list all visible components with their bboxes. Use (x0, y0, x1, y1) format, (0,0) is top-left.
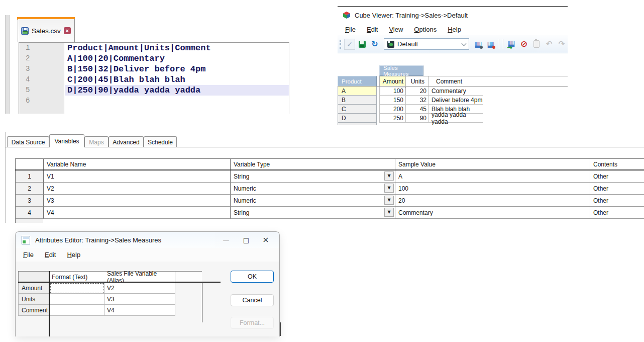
code-line: Product|Amount|Units|Comment (67, 43, 289, 53)
header-sample-value: Sample Value (395, 158, 590, 169)
menu-help[interactable]: Help (442, 26, 467, 33)
tab-variables[interactable]: Variables (49, 134, 84, 147)
variable-type-dropdown[interactable]: ▼ (384, 196, 394, 205)
column-header-empty (483, 76, 568, 87)
code-line: D|250|90|yadda yadda yadda (67, 85, 289, 96)
recalculate-button[interactable]: ↻ (369, 39, 380, 50)
format-cell[interactable] (50, 305, 104, 316)
attributes-editor-dialog: Attributes Editor: Training->Sales Measu… (15, 231, 280, 336)
variable-type-cell[interactable]: Numeric▼ (230, 195, 395, 207)
dialog-titlebar[interactable]: Attributes Editor: Training->Sales Measu… (16, 232, 279, 248)
cube-cell-amount[interactable]: 250 (379, 114, 406, 123)
cube-cell-amount[interactable]: 200 (379, 105, 406, 114)
maximize-icon[interactable]: □ (241, 232, 252, 248)
format-cell-selected[interactable] (50, 283, 104, 294)
variable-name-cell[interactable]: V2 (43, 183, 230, 195)
slice-to-excel-button[interactable]: ▦→ (506, 39, 517, 50)
variable-type-cell[interactable]: String▼ (230, 170, 395, 183)
dialog-content: Format (Text) Sales File Variable (Alias… (16, 262, 279, 336)
dialog-menubar: File Edit Help (16, 248, 279, 262)
apply-button[interactable]: ✓ (344, 39, 355, 50)
variable-type-dropdown[interactable]: ▼ (384, 172, 394, 181)
toolbar-grip[interactable] (340, 40, 341, 49)
tab-maps[interactable]: Maps (84, 136, 109, 147)
undo-button-disabled[interactable]: ↶ (544, 39, 555, 50)
cube-cell-comment[interactable]: Commentary (429, 87, 483, 96)
sample-value-cell[interactable]: A (395, 170, 590, 183)
editor-edge-strip (5, 15, 10, 114)
variable-name-cell[interactable]: V4 (43, 207, 230, 219)
contents-cell[interactable]: Other (590, 170, 644, 183)
attr-header-alias: Sales File Variable (Alias) (104, 271, 175, 282)
contents-cell[interactable]: Other (590, 195, 644, 207)
row-label-d[interactable]: D (338, 114, 377, 123)
tab-data-source[interactable]: Data Source (7, 136, 49, 147)
variable-name-cell[interactable]: V1 (43, 170, 230, 183)
tab-advanced[interactable]: Advanced (109, 136, 144, 147)
variable-type-dropdown[interactable]: ▼ (384, 184, 394, 193)
alias-cell[interactable]: V3 (104, 294, 175, 305)
tab-schedule[interactable]: Schedule (144, 136, 177, 147)
suspend-updates-button[interactable]: ⊘ (518, 39, 529, 50)
variable-type-dropdown[interactable]: ▼ (384, 208, 394, 217)
code-editor-area[interactable]: 1 2 3 4 5 6 Product|Amount|Units|Comment… (19, 42, 289, 114)
cube-cell-units[interactable]: 90 (406, 114, 429, 123)
text-editor-window: Sales.csv × 1 2 3 4 5 6 Product|Amount|U… (5, 15, 289, 115)
cancel-button[interactable]: Cancel (231, 294, 274, 306)
sample-value-cell[interactable]: 100 (395, 183, 590, 195)
attr-header-empty (175, 271, 202, 282)
attr-row-header: Comment (18, 305, 49, 316)
ok-button[interactable]: OK (231, 271, 274, 283)
cube-cell-units[interactable]: 20 (406, 87, 429, 96)
format-button-disabled[interactable]: Format... (231, 317, 274, 329)
contents-cell[interactable]: Other (590, 207, 644, 219)
cube-cell-comment[interactable]: Deliver before 4pm (429, 96, 483, 105)
manual-recalc-button[interactable]: ▦ (485, 39, 496, 50)
redo-button-disabled[interactable]: ↷ (556, 39, 567, 50)
column-header-amount[interactable]: Amount (379, 76, 406, 87)
cube-cell-units[interactable]: 32 (406, 96, 429, 105)
variable-type-cell[interactable]: String▼ (230, 207, 395, 219)
close-icon[interactable]: × (260, 232, 271, 248)
column-dimension-button[interactable]: Sales Measures (379, 65, 423, 76)
save-view-button[interactable] (357, 39, 368, 50)
cube-cell-comment[interactable]: yadda yadda yadda (429, 114, 483, 123)
alias-cell[interactable]: V2 (104, 283, 175, 294)
automatic-recalc-button[interactable]: ▦ (473, 39, 484, 50)
code-line: C|200|45|Blah blah blah (67, 74, 289, 85)
row-label-b[interactable]: B (338, 96, 377, 105)
variable-type-cell[interactable]: Numeric▼ (230, 183, 395, 195)
row-label-a[interactable]: A (338, 87, 377, 96)
menu-view[interactable]: View (383, 26, 408, 33)
variable-name-cell[interactable]: V3 (43, 195, 230, 207)
menu-options[interactable]: Options (408, 26, 442, 33)
alias-cell[interactable]: V4 (104, 305, 175, 316)
menu-file[interactable]: File (18, 251, 39, 259)
editor-tab-salescsv[interactable]: Sales.csv × (18, 19, 75, 42)
grid-overlay-red-dot (492, 46, 495, 49)
turbointegrator-panel: Data Source Variables Maps Advanced Sche… (0, 132, 644, 223)
tab-close-icon[interactable]: × (64, 27, 71, 34)
saved-file-icon (21, 27, 29, 35)
sample-value-cell[interactable]: 20 (395, 195, 590, 207)
column-header-units[interactable]: Units (406, 76, 429, 87)
minimize-icon[interactable]: — (221, 232, 232, 248)
format-cell[interactable] (50, 294, 104, 305)
contents-cell[interactable]: Other (590, 183, 644, 195)
column-header-comment[interactable]: Comment (429, 76, 483, 87)
paste-button-disabled[interactable] (531, 39, 542, 50)
view-selector-combobox[interactable]: Default (384, 38, 469, 50)
menu-edit[interactable]: Edit (39, 251, 61, 259)
undo-icon: ↶ (546, 40, 553, 48)
row-dimension-button[interactable]: Product (338, 76, 377, 87)
variable-type-value: Numeric (234, 197, 256, 204)
cube-cell-units[interactable]: 45 (406, 105, 429, 114)
row-label-c[interactable]: C (338, 105, 377, 114)
menu-help[interactable]: Help (61, 251, 86, 259)
menu-edit[interactable]: Edit (361, 26, 383, 33)
sample-value-cell[interactable]: Commentary (395, 207, 590, 219)
line-number: 2 (26, 53, 46, 64)
cube-cell-amount[interactable]: 150 (379, 96, 406, 105)
cube-cell-amount[interactable]: 100 (379, 87, 406, 96)
menu-file[interactable]: File (340, 26, 361, 33)
